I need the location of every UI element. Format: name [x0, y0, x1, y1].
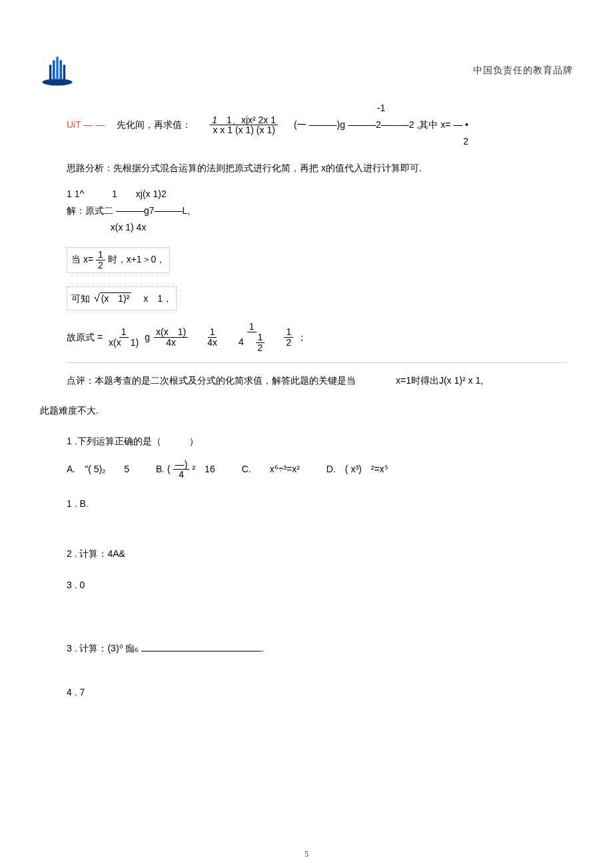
comment-line2: 此题难度不大.: [40, 402, 566, 420]
solution-step3: 可知 (x 1)² x 1，: [67, 284, 566, 313]
page-number: 5: [305, 849, 308, 859]
brand-text: 中国负责任的教育品牌: [473, 65, 573, 77]
q2-answer: 3 . 0: [67, 577, 566, 594]
q3-stem: 3 . 计算：(3)⁰ 痂₆ .: [67, 640, 566, 657]
solution-step1: 1 1^ 1 xj(x 1)2 解：原式二 ———g7———L, x(x 1) …: [67, 186, 566, 236]
svg-rect-2: [56, 57, 58, 80]
example-prompt: UiT — — 先化间，再求值： 1 1、xjx² 2x 1 x x 1 (x …: [67, 100, 566, 151]
svg-rect-4: [49, 65, 51, 80]
q1-options: A. "( 5)₂ 5 B. ( —) 4 ² 16 C. x⁶÷³=x² D.…: [67, 460, 566, 480]
svg-rect-1: [53, 60, 55, 79]
fill-blank: [141, 642, 261, 651]
divider: [67, 362, 566, 363]
q1-answer: 1 . B.: [67, 496, 566, 512]
solution-step2: 当 x= 1 2 时，x+1＞0，: [67, 245, 566, 274]
comment-line1: 点评：本题考查的是二次根式及分式的化简求值，解答此题的关键是当 x=1时得出J(…: [67, 372, 566, 389]
logo-icon: [40, 53, 75, 88]
svg-rect-5: [63, 65, 65, 80]
q3-answer: 4 . 7: [67, 684, 566, 701]
analysis-text: 思路分析：先根据分式混合运算的法则把原式进行化简，再把 x的值代入进行计算即可.: [67, 160, 566, 177]
q2-stem: 2 . 计算：4A&: [67, 546, 566, 562]
solution-step4: 故原式 = 1 x(x 1) g x(x 1) 4x 1 4x 1 4: [67, 322, 566, 352]
svg-rect-3: [59, 60, 61, 79]
q1-stem: 1 .下列运算正确的是（ ）: [67, 433, 566, 450]
